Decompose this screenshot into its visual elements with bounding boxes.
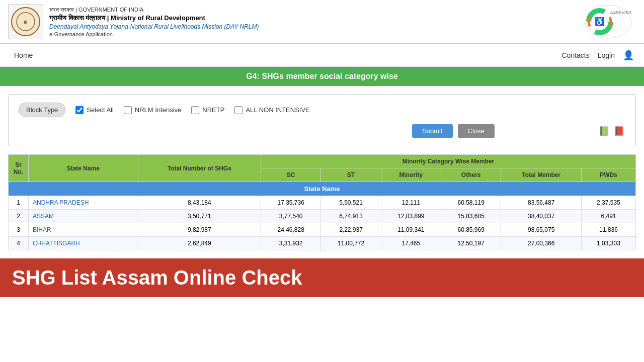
- bottom-banner: SHG List Assam Online Check: [0, 258, 644, 297]
- cell-total-shgs: 3,50,771: [138, 210, 261, 223]
- cell-st: 5,50,521: [321, 196, 381, 210]
- govt-emblem: 🏛: [8, 4, 43, 39]
- cell-sc: 3,31,932: [261, 237, 320, 250]
- nretp-group: NRETP: [191, 106, 224, 114]
- cell-state[interactable]: BIHAR: [29, 223, 138, 237]
- filter-buttons: Submit Close: [308, 124, 598, 138]
- svg-text:AJEEVIKA: AJEEVIKA: [609, 10, 631, 15]
- page-header: 🏛 भारत सरकार | GOVERNMENT OF INDIA ग्राम…: [0, 0, 644, 44]
- cell-sc: 24,46,828: [261, 223, 320, 237]
- header-text: भारत सरकार | GOVERNMENT OF INDIA ग्रामीण…: [49, 7, 259, 37]
- govt-india-line: भारत सरकार | GOVERNMENT OF INDIA: [49, 7, 259, 13]
- cell-total-member: 38,40,037: [501, 210, 582, 223]
- cell-total-member: 98,65,075: [501, 223, 582, 237]
- cell-others: 12,50,197: [441, 237, 501, 250]
- nrlm-group: NRLM Intensive: [124, 106, 181, 114]
- cell-total-shgs: 2,62,849: [138, 237, 261, 250]
- select-all-group: Select All: [75, 106, 113, 114]
- page-title: G4: SHGs member social category wise: [246, 72, 397, 80]
- cell-state[interactable]: ASSAM: [29, 210, 138, 223]
- cell-st: 6,74,913: [321, 210, 381, 223]
- cell-total-shgs: 8,43,184: [138, 196, 261, 210]
- cell-minority: 17,465: [381, 237, 441, 250]
- cell-total-shgs: 9,82,987: [138, 223, 261, 237]
- cell-pwds: 11,836: [581, 223, 635, 237]
- cell-st: 2,22,937: [321, 223, 381, 237]
- excel-export-icon[interactable]: 📗: [598, 125, 610, 137]
- cell-st: 11,00,772: [321, 237, 381, 250]
- cell-others: 60,85,969: [441, 223, 501, 237]
- nav-home[interactable]: Home: [10, 49, 37, 61]
- cell-state[interactable]: CHHATTISGARH: [29, 237, 138, 250]
- export-icons: 📗 📕: [598, 125, 625, 137]
- col-header-sr: Sr No.: [9, 155, 29, 182]
- cell-pwds: 2,37,535: [581, 196, 635, 210]
- svg-text:🏛: 🏛: [24, 20, 28, 25]
- submit-button[interactable]: Submit: [412, 124, 452, 138]
- col-header-state: State Name: [29, 155, 138, 182]
- filter-row: Block Type Select All NRLM Intensive NRE…: [19, 103, 625, 117]
- user-icon: 👤: [623, 50, 634, 61]
- cell-sr: 4: [9, 237, 29, 250]
- cell-total-member: 27,00,366: [501, 237, 582, 250]
- cell-sc: 17,35,736: [261, 196, 320, 210]
- data-table-container: Sr No. State Name Total Number of SHGs M…: [8, 154, 636, 250]
- select-all-label: Select All: [87, 106, 113, 114]
- table-row: 1 ANDHRA PRADESH 8,43,184 17,35,736 5,50…: [9, 196, 636, 210]
- cell-total-member: 83,56,487: [501, 196, 582, 210]
- col-header-minority: Minority: [381, 168, 441, 182]
- cell-others: 60,58,119: [441, 196, 501, 210]
- cell-sr: 3: [9, 223, 29, 237]
- table-row: 4 CHHATTISGARH 2,62,849 3,31,932 11,00,7…: [9, 237, 636, 250]
- nrlm-label: NRLM Intensive: [135, 106, 181, 114]
- header-logo-right: ♿ AJEEVIKA: [581, 4, 636, 39]
- col-header-pwds: PWDs: [581, 168, 635, 182]
- data-table: Sr No. State Name Total Number of SHGs M…: [8, 154, 636, 250]
- nav-login[interactable]: Login: [598, 51, 615, 59]
- cell-minority: 12,111: [381, 196, 441, 210]
- pdf-export-icon[interactable]: 📕: [613, 125, 625, 137]
- close-button[interactable]: Close: [458, 124, 495, 138]
- nav-right: Contacts Login 👤: [561, 50, 634, 61]
- col-header-total-member: Total Member: [501, 168, 582, 182]
- nretp-label: NRETP: [202, 106, 224, 114]
- cell-minority: 12,03,899: [381, 210, 441, 223]
- cell-state[interactable]: ANDHRA PRADESH: [29, 196, 138, 210]
- col-header-sc: SC: [261, 168, 320, 182]
- all-non-intensive-group: ALL NON INTENSIVE: [234, 106, 309, 114]
- svg-text:♿: ♿: [595, 17, 605, 26]
- all-non-intensive-checkbox[interactable]: [234, 106, 243, 114]
- ministry-line: ग्रामीण विकास मंत्रालय | Ministry of Rur…: [49, 14, 259, 22]
- nretp-checkbox[interactable]: [191, 106, 199, 114]
- scheme-line: Deendayal Antyodaya Yojana-National Rura…: [49, 23, 259, 30]
- cell-pwds: 6,491: [581, 210, 635, 223]
- page-title-bar: G4: SHGs member social category wise: [0, 67, 644, 86]
- col-header-total-shgs: Total Number of SHGs: [138, 155, 261, 182]
- filter-actions: Submit Close 📗 📕: [19, 124, 625, 138]
- cell-sc: 3,77,540: [261, 210, 320, 223]
- select-all-checkbox[interactable]: [75, 106, 84, 114]
- cell-sr: 1: [9, 196, 29, 210]
- nrlm-checkbox[interactable]: [124, 106, 132, 114]
- col-header-others: Others: [441, 168, 501, 182]
- section-header-row: State Name: [9, 182, 636, 196]
- all-non-intensive-label: ALL NON INTENSIVE: [246, 106, 309, 114]
- app-line: e-Governance Application: [49, 31, 259, 37]
- bottom-banner-text: SHG List Assam Online Check: [12, 266, 302, 289]
- filter-box: Block Type Select All NRLM Intensive NRE…: [8, 94, 636, 146]
- nav-contacts[interactable]: Contacts: [561, 51, 589, 59]
- col-header-st: ST: [321, 168, 381, 182]
- table-row: 2 ASSAM 3,50,771 3,77,540 6,74,913 12,03…: [9, 210, 636, 223]
- cell-others: 15,83,685: [441, 210, 501, 223]
- cell-pwds: 1,03,303: [581, 237, 635, 250]
- col-header-minority-group: Minority Category Wise Member: [261, 155, 635, 168]
- block-type-button[interactable]: Block Type: [19, 103, 65, 117]
- main-nav: Home Contacts Login 👤: [0, 44, 644, 67]
- cell-minority: 11,09,341: [381, 223, 441, 237]
- table-row: 3 BIHAR 9,82,987 24,46,828 2,22,937 11,0…: [9, 223, 636, 237]
- header-left: 🏛 भारत सरकार | GOVERNMENT OF INDIA ग्राम…: [8, 4, 259, 39]
- nav-left: Home: [10, 49, 37, 61]
- section-label: State Name: [9, 182, 636, 196]
- cell-sr: 2: [9, 210, 29, 223]
